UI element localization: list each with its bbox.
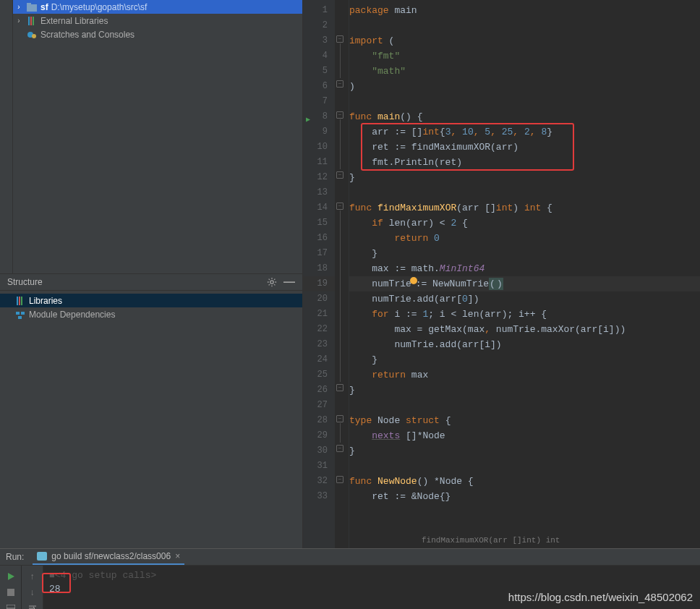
structure-item-label: Libraries — [29, 296, 62, 306]
gear-icon[interactable] — [266, 276, 278, 288]
svg-rect-10 — [21, 297, 22, 305]
minimize-icon[interactable]: — — [283, 276, 295, 288]
fold-icon[interactable]: − — [336, 111, 343, 119]
watermark: https://blog.csdn.net/weixin_48502062 — [508, 591, 693, 603]
breadcrumb[interactable]: findMaximumXOR(arr []int) int — [393, 534, 700, 547]
svg-rect-12 — [21, 312, 25, 315]
wrap-icon[interactable] — [27, 602, 38, 609]
svg-rect-16 — [7, 589, 14, 596]
tree-item-project-root[interactable]: › sf D:\mysetup\gopath\src\sf — [13, 0, 302, 14]
fold-icon[interactable]: − — [336, 35, 343, 43]
run-toolbar[interactable] — [0, 566, 22, 609]
structure-item-module-deps[interactable]: Module Dependencies — [0, 307, 302, 321]
layout-icon[interactable] — [5, 602, 17, 609]
libraries-icon — [26, 15, 38, 27]
svg-rect-4 — [33, 17, 34, 25]
fold-icon[interactable]: − — [336, 384, 343, 391]
breadcrumb-text: findMaximumXOR(arr []int) int — [422, 536, 560, 545]
structure-panel[interactable]: Libraries Module Dependencies — [0, 291, 302, 548]
svg-rect-3 — [30, 17, 32, 25]
close-icon[interactable]: × — [175, 551, 180, 561]
tree-item-name: sf — [40, 2, 48, 12]
svg-rect-14 — [37, 552, 47, 561]
tree-item-name: Scratches and Consoles — [40, 30, 135, 40]
left-toolstrip[interactable] — [0, 0, 13, 273]
chevron-right-icon[interactable]: › — [14, 17, 23, 25]
line-number-gutter[interactable]: 1234567 8▶ 9101112131415161718 19 202122… — [303, 0, 335, 548]
fold-icon[interactable]: − — [336, 415, 343, 422]
run-label: Run: — [6, 552, 24, 562]
tree-item-scratches[interactable]: Scratches and Consoles — [13, 27, 302, 41]
svg-rect-11 — [16, 312, 20, 315]
fold-gutter[interactable]: − − − − − − − − − — [335, 0, 349, 548]
fold-icon[interactable]: − — [336, 171, 343, 179]
project-tree[interactable]: › sf D:\mysetup\gopath\src\sf › External… — [0, 0, 302, 273]
console-line: <4 go setup calls> — [55, 570, 156, 581]
fold-icon[interactable]: − — [336, 80, 343, 88]
structure-panel-header: Structure — — [0, 273, 302, 291]
folder-icon — [26, 1, 38, 13]
run-tab[interactable]: go build sf/newclass2/class006 × — [33, 549, 184, 565]
chevron-right-icon[interactable]: › — [14, 3, 23, 11]
tree-item-path: D:\mysetup\gopath\src\sf — [51, 2, 148, 12]
code-editor[interactable]: 1234567 8▶ 9101112131415161718 19 202122… — [302, 0, 700, 548]
libraries-icon — [14, 295, 26, 307]
tree-item-name: External Libraries — [40, 16, 108, 26]
svg-point-7 — [270, 281, 273, 284]
stop-icon[interactable] — [5, 587, 17, 598]
tree-item-external-libraries[interactable]: › External Libraries — [13, 14, 302, 27]
svg-point-6 — [32, 34, 36, 38]
fold-icon[interactable]: − — [336, 445, 343, 452]
svg-rect-9 — [19, 297, 20, 305]
structure-item-label: Module Dependencies — [29, 310, 115, 320]
svg-rect-13 — [18, 316, 22, 319]
svg-marker-15 — [8, 573, 14, 580]
fold-icon[interactable]: − — [336, 203, 343, 210]
rerun-icon[interactable] — [5, 571, 17, 582]
run-toolbar-2[interactable]: ↑ ↓ — [22, 566, 43, 609]
warn-inspection-icon[interactable] — [410, 277, 417, 284]
svg-rect-2 — [28, 17, 30, 25]
go-icon — [37, 552, 47, 561]
structure-title: Structure — [7, 277, 260, 287]
code-content[interactable]: package main import ( "fmt" "math" ) fun… — [349, 0, 700, 548]
fold-icon[interactable]: − — [336, 476, 343, 483]
down-icon[interactable]: ↓ — [27, 587, 38, 598]
up-icon[interactable]: ↑ — [27, 571, 38, 582]
run-tab-label: go build sf/newclass2/class006 — [51, 551, 171, 561]
structure-item-libraries[interactable]: Libraries — [0, 294, 302, 307]
svg-rect-1 — [27, 3, 31, 6]
svg-rect-8 — [17, 297, 18, 305]
run-header: Run: go build sf/newclass2/class006 × — [0, 549, 700, 566]
module-deps-icon — [14, 309, 26, 320]
scratches-icon — [26, 29, 38, 41]
